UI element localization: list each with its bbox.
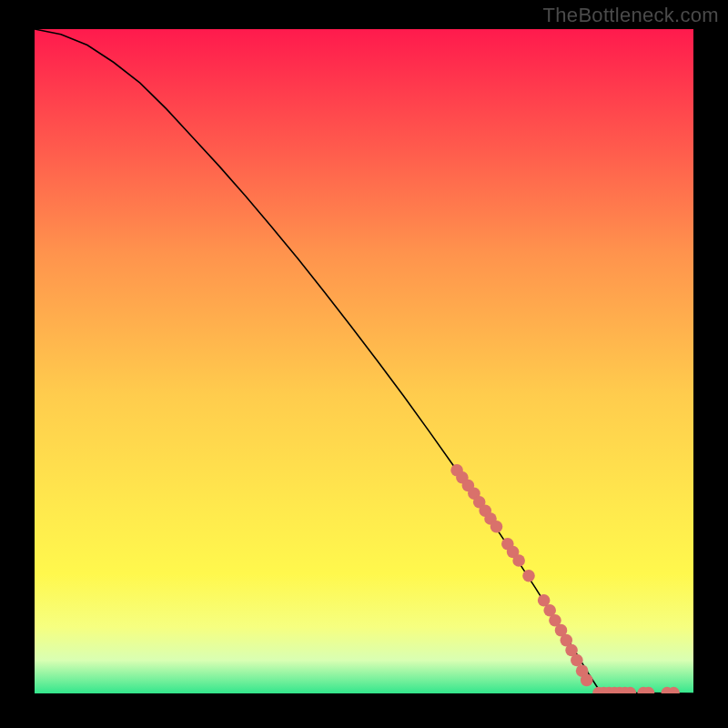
data-point bbox=[512, 554, 525, 567]
data-point bbox=[490, 521, 503, 533]
watermark-label: TheBottleneck.com bbox=[543, 4, 719, 27]
data-point bbox=[571, 654, 583, 667]
data-point bbox=[522, 570, 535, 582]
outer-frame: TheBottleneck.com bbox=[0, 0, 728, 728]
chart-plot bbox=[35, 29, 693, 693]
chart-svg bbox=[35, 29, 693, 693]
gradient-background bbox=[35, 29, 693, 693]
data-point bbox=[581, 674, 593, 687]
